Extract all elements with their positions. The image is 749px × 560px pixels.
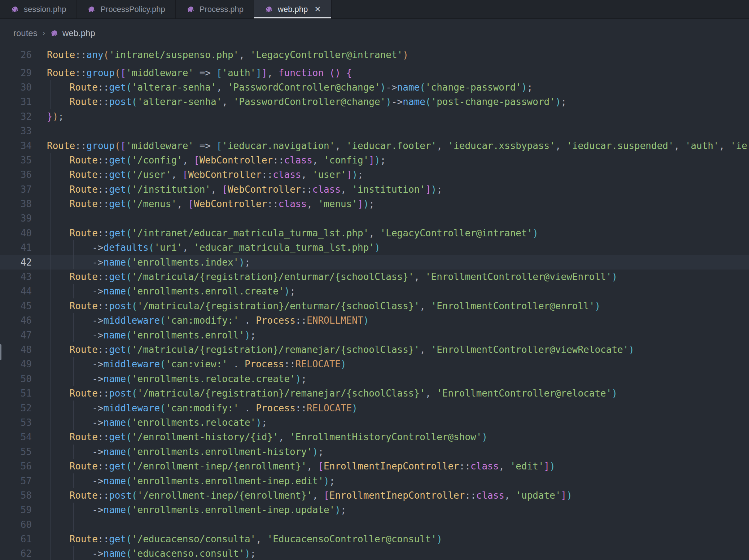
line-number[interactable]: 32 [0,111,44,122]
code-line-47[interactable]: 47 ->name('enrollments.enroll'); [0,328,749,342]
code-text[interactable]: ->name('enrollments.enroll.create'); [44,286,749,297]
code-text[interactable]: Route::get('alterar-senha', 'PasswordCon… [44,82,749,93]
line-number[interactable]: 60 [0,519,44,530]
code-text[interactable]: Route::get('/config', [WebController::cl… [44,155,749,166]
code-text[interactable]: }); [44,111,749,122]
line-number[interactable]: 47 [0,330,44,341]
code-text[interactable]: ->middleware('can:modify:' . Process::EN… [44,315,749,326]
code-line-46[interactable]: 46 ->middleware('can:modify:' . Process:… [0,313,749,328]
code-line-33[interactable]: 33 [0,124,749,138]
line-number[interactable]: 58 [0,490,44,501]
line-number[interactable]: 29 [0,67,44,78]
code-line-36[interactable]: 36 Route::get('/user', [WebController::c… [0,167,749,182]
line-number[interactable]: 44 [0,286,44,297]
code-text[interactable]: Route::post('/enrollment-inep/{enrollmen… [44,490,749,501]
code-line-58[interactable]: 58 Route::post('/enrollment-inep/{enroll… [0,488,749,503]
code-text[interactable]: Route::get('/institution', [WebControlle… [44,184,749,195]
line-number[interactable]: 37 [0,184,44,195]
code-text[interactable]: Route::get('/enrollment-history/{id}', '… [44,432,749,442]
code-line-62[interactable]: 62 ->name('educacenso.consult'); [0,546,749,560]
line-number[interactable]: 59 [0,504,44,515]
code-text[interactable]: Route::group(['middleware' => ['ieducar.… [44,140,749,151]
code-line-42[interactable]: 42 ->name('enrollments.index'); [0,255,749,269]
line-number[interactable]: 45 [0,301,44,311]
code-line-40[interactable]: 40 Route::get('/intranet/educar_matricul… [0,226,749,240]
code-line-30[interactable]: 30 Route::get('alterar-senha', 'Password… [0,80,749,95]
code-line-37[interactable]: 37 Route::get('/institution', [WebContro… [0,182,749,197]
line-number[interactable]: 55 [0,446,44,457]
code-line-57[interactable]: 57 ->name('enrollments.enrollment-inep.e… [0,473,749,488]
code-text[interactable]: Route::post('/matricula/{registration}/r… [44,388,749,399]
line-number[interactable]: 52 [0,403,44,414]
code-text[interactable]: Route::post('/matricula/{registration}/e… [44,301,749,311]
code-line-31[interactable]: 31 Route::post('alterar-senha', 'Passwor… [0,95,749,109]
code-line-52[interactable]: 52 ->middleware('can:modify:' . Process:… [0,401,749,415]
code-line-53[interactable]: 53 ->name('enrollments.relocate'); [0,415,749,430]
code-line-56[interactable]: 56 Route::get('/enrollment-inep/{enrollm… [0,459,749,473]
line-number[interactable]: 30 [0,82,44,93]
line-number[interactable]: 38 [0,198,44,209]
line-number[interactable]: 35 [0,155,44,166]
code-text[interactable]: ->name('educacenso.consult'); [44,548,749,559]
line-number[interactable]: 54 [0,432,44,442]
code-line-54[interactable]: 54 Route::get('/enrollment-history/{id}'… [0,430,749,444]
code-text[interactable]: ->name('enrollments.enrollment-inep.edit… [44,476,749,486]
line-number[interactable]: 48 [0,344,44,355]
code-line-38[interactable]: 38 Route::get('/menus', [WebController::… [0,197,749,211]
line-number[interactable]: 41 [0,242,44,253]
code-text[interactable]: ->name('enrollments.relocate.create'); [44,373,749,384]
code-text[interactable]: Route::get('/matricula/{registration}/en… [44,271,749,282]
line-number[interactable]: 33 [0,126,44,136]
code-line-60[interactable]: 60 [0,517,749,532]
code-text[interactable]: ->name('enrollments.enrollment-history')… [44,446,749,457]
code-line-39[interactable]: 39 [0,211,749,226]
code-line-43[interactable]: 43 Route::get('/matricula/{registration}… [0,270,749,284]
code-text[interactable]: Route::any('intranet/suspenso.php', 'Leg… [44,49,749,60]
code-line-41[interactable]: 41 ->defaults('uri', 'educar_matricula_t… [0,240,749,255]
code-text[interactable]: ->name('enrollments.enroll'); [44,330,749,341]
line-number[interactable]: 39 [0,213,44,224]
line-number[interactable]: 61 [0,534,44,544]
code-text[interactable]: ->name('enrollments.index'); [44,257,749,268]
line-number[interactable]: 34 [0,140,44,151]
code-text[interactable]: Route::get('/matricula/{registration}/re… [44,344,749,355]
line-number[interactable]: 57 [0,476,44,486]
breadcrumb-folder[interactable]: routes [13,28,38,38]
tab-close-icon[interactable]: ✕ [314,5,321,13]
code-line-61[interactable]: 61 Route::get('/educacenso/consulta', 'E… [0,532,749,546]
code-line-44[interactable]: 44 ->name('enrollments.enroll.create'); [0,284,749,298]
code-text[interactable]: Route::group(['middleware' => ['auth']],… [44,67,749,78]
line-number[interactable]: 56 [0,461,44,472]
line-number[interactable]: 43 [0,271,44,282]
code-line-32[interactable]: 32}); [0,109,749,124]
tab-session-php[interactable]: session.php [0,0,76,18]
line-number[interactable]: 42 [0,257,44,268]
code-line-48[interactable]: 48 Route::get('/matricula/{registration}… [0,342,749,357]
code-line-51[interactable]: 51 Route::post('/matricula/{registration… [0,386,749,401]
line-number[interactable]: 46 [0,315,44,326]
code-line-50[interactable]: 50 ->name('enrollments.relocate.create')… [0,372,749,386]
code-text[interactable]: ->middleware('can:view:' . Process::RELO… [44,359,749,369]
code-line-59[interactable]: 59 ->name('enrollments.enrollment-inep.u… [0,503,749,517]
tab-Process-php[interactable]: Process.php [176,0,254,18]
code-text[interactable]: ->middleware('can:modify:' . Process::RE… [44,403,749,414]
tab-ProcessPolicy-php[interactable]: ProcessPolicy.php [76,0,175,18]
code-line-49[interactable]: 49 ->middleware('can:view:' . Process::R… [0,357,749,371]
tab-web-php[interactable]: web.php✕ [254,0,332,18]
line-number[interactable]: 36 [0,169,44,180]
code-text[interactable]: ->defaults('uri', 'educar_matricula_turm… [44,242,749,253]
code-text[interactable]: Route::get('/menus', [WebController::cla… [44,198,749,209]
code-text[interactable]: ->name('enrollments.relocate'); [44,417,749,428]
line-number[interactable]: 40 [0,228,44,239]
code-line-35[interactable]: 35 Route::get('/config', [WebController:… [0,153,749,167]
line-number[interactable]: 50 [0,373,44,384]
line-number[interactable]: 31 [0,96,44,107]
breadcrumb-file[interactable]: web.php [50,28,95,38]
code-editor[interactable]: 26Route::any('intranet/suspenso.php', 'L… [0,48,749,560]
code-text[interactable]: Route::get('/enrollment-inep/{enrollment… [44,461,749,472]
code-line-55[interactable]: 55 ->name('enrollments.enrollment-histor… [0,445,749,459]
code-text[interactable]: ->name('enrollments.enrollment-inep.upda… [44,504,749,515]
code-text[interactable]: Route::get('/educacenso/consulta', 'Educ… [44,534,749,544]
line-number[interactable]: 26 [0,49,44,60]
line-number[interactable]: 49 [0,359,44,369]
